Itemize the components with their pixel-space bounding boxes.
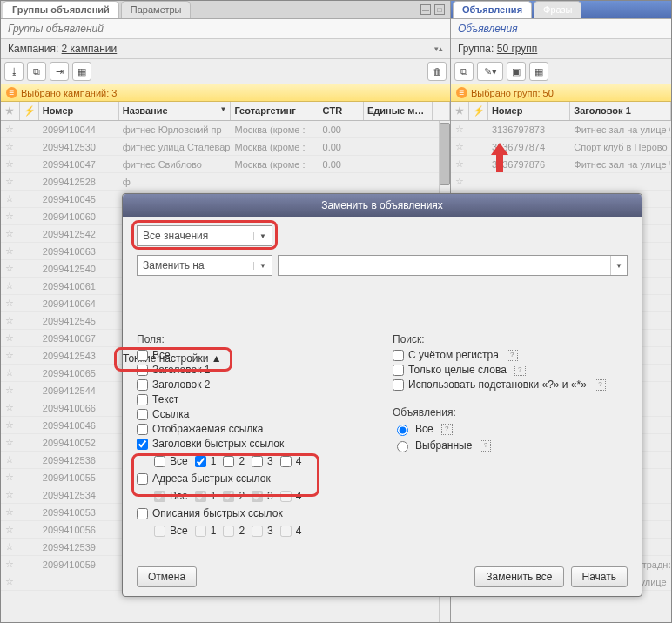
copy-button[interactable]: ⧉ bbox=[27, 62, 46, 81]
tabs-right: Объявления Фразы bbox=[451, 1, 671, 19]
help-icon[interactable]: ? bbox=[595, 379, 606, 391]
col-extra[interactable]: Единые м… bbox=[364, 102, 433, 120]
col-number[interactable]: Номер bbox=[488, 102, 570, 120]
check-sub-3[interactable]: 3 bbox=[252, 455, 273, 467]
check-sub-all: Все bbox=[154, 525, 188, 537]
bolt-column-icon[interactable]: ⚡ bbox=[24, 105, 36, 116]
check-sub-1: 1 bbox=[195, 490, 217, 502]
check-case[interactable]: С учётом регистра? bbox=[393, 349, 628, 361]
selection-info-left: ≡ Выбрано кампаний: 3 bbox=[1, 84, 450, 102]
help-icon[interactable]: ? bbox=[441, 424, 453, 435]
campaign-selector-row: Кампания: 2 кампании ▾▴ bbox=[1, 39, 450, 59]
export-button[interactable]: ⇥ bbox=[50, 62, 69, 81]
table-row[interactable]: ☆ bbox=[451, 173, 671, 191]
tabs-left: Группы объявлений Параметры — □ bbox=[1, 1, 450, 19]
check-sub-4[interactable]: 4 bbox=[280, 455, 302, 467]
col-title1[interactable]: Заголовок 1 bbox=[570, 102, 671, 120]
table-row[interactable]: ☆3136797876Фитнес зал на улице Ч bbox=[451, 156, 671, 173]
check-sub-all: Все bbox=[154, 490, 188, 502]
subhead-left: Группы объявлений bbox=[1, 19, 450, 39]
group-link[interactable]: 50 групп bbox=[497, 43, 538, 55]
tab-ad-groups[interactable]: Группы объявлений bbox=[3, 1, 119, 18]
check-qlinks-titles[interactable]: Заголовки быстрых ссылок bbox=[137, 438, 372, 450]
check-field-1[interactable]: Заголовок 1 bbox=[137, 364, 372, 376]
check-sub-all[interactable]: Все bbox=[154, 455, 188, 467]
check-sub-2: 2 bbox=[223, 490, 245, 502]
table-row[interactable]: ☆2099410044фитнес Юрловский прМосква (кр… bbox=[1, 121, 450, 138]
grid-header-left: ★ ⚡ Номер Название▼ Геотаргетинг CTR Еди… bbox=[1, 102, 450, 121]
expand-icon[interactable]: ▾▴ bbox=[434, 44, 443, 53]
check-field-5[interactable]: Отображаемая ссылка bbox=[137, 423, 372, 435]
image-button[interactable]: ▣ bbox=[507, 62, 526, 81]
status-icon: ≡ bbox=[6, 87, 17, 98]
fields-label: Поля: bbox=[137, 333, 372, 345]
check-sub-4: 4 bbox=[280, 525, 302, 537]
table-row[interactable]: ☆2099410047фитнес СвибловоМосква (кроме … bbox=[1, 156, 450, 173]
check-field-2[interactable]: Заголовок 2 bbox=[137, 378, 372, 391]
campaign-link[interactable]: 2 кампании bbox=[62, 43, 118, 55]
download-button[interactable]: ⭳ bbox=[4, 62, 24, 81]
toolbar-right: ⧉ ✎▾ ▣ ▦ bbox=[451, 59, 671, 84]
col-name[interactable]: Название▼ bbox=[119, 102, 232, 120]
campaign-label: Кампания: bbox=[8, 43, 58, 55]
check-sub-3: 3 bbox=[252, 490, 273, 502]
selection-info-right: ≡ Выбрано групп: 50 bbox=[451, 84, 671, 102]
check-sub-2[interactable]: 2 bbox=[223, 455, 245, 467]
tab-phrases[interactable]: Фразы bbox=[534, 1, 581, 18]
status-icon: ≡ bbox=[456, 87, 467, 98]
copy-button[interactable]: ⧉ bbox=[454, 62, 474, 81]
check-field-3[interactable]: Текст bbox=[137, 393, 372, 405]
check-sub-2: 2 bbox=[223, 525, 245, 537]
replace-all-button[interactable]: Заменить все bbox=[474, 566, 563, 587]
group-selector-row: Группа: 50 групп bbox=[451, 39, 671, 59]
values-combo[interactable]: Все значения▼ bbox=[137, 225, 272, 246]
grid-button[interactable]: ▦ bbox=[529, 62, 548, 81]
radio-ads-all[interactable]: Все? bbox=[393, 422, 628, 436]
col-number[interactable]: Номер bbox=[39, 102, 119, 120]
start-button[interactable]: Начать bbox=[571, 566, 628, 587]
modal-title: Заменить в объявлениях bbox=[123, 194, 642, 217]
edit-button[interactable]: ✎▾ bbox=[477, 62, 503, 81]
help-icon[interactable]: ? bbox=[514, 365, 526, 376]
check-qlinks-desc[interactable]: Описания быстрых ссылок bbox=[137, 507, 372, 519]
replace-modal: Заменить в объявлениях Все значения▼ Зам… bbox=[122, 193, 642, 597]
toolbar-left: ⭳ ⧉ ⇥ ▦ 🗑 bbox=[1, 59, 450, 84]
group-label: Группа: bbox=[458, 43, 494, 55]
minimize-icon[interactable]: — bbox=[420, 4, 431, 15]
grid-header-right: ★ ⚡ Номер Заголовок 1 bbox=[451, 102, 671, 121]
check-sub-1[interactable]: 1 bbox=[195, 455, 217, 467]
replace-input[interactable]: ▼ bbox=[278, 255, 628, 276]
selection-info-text: Выбрано групп: 50 bbox=[471, 88, 554, 98]
col-ctr[interactable]: CTR bbox=[319, 102, 364, 120]
replace-combo[interactable]: Заменить на▼ bbox=[137, 255, 272, 276]
check-wildcards[interactable]: Использовать подстановки «?» и «*»? bbox=[393, 378, 628, 391]
delete-button[interactable]: 🗑 bbox=[427, 62, 447, 81]
star-column-icon[interactable]: ★ bbox=[5, 105, 14, 116]
check-qlinks-addr[interactable]: Адреса быстрых ссылок bbox=[137, 472, 372, 485]
table-row[interactable]: ☆3136797874Спорт клуб в Перово bbox=[451, 138, 671, 156]
tab-ads[interactable]: Объявления bbox=[453, 1, 532, 18]
check-sub-1: 1 bbox=[195, 525, 217, 537]
check-sub-4: 4 bbox=[280, 490, 302, 502]
tab-parameters[interactable]: Параметры bbox=[121, 1, 192, 18]
star-column-icon[interactable]: ★ bbox=[455, 105, 464, 116]
grid-button[interactable]: ▦ bbox=[72, 62, 91, 81]
table-row[interactable]: ☆3136797873Фитнес зал на улице С bbox=[451, 121, 671, 138]
help-icon[interactable]: ? bbox=[507, 350, 518, 361]
check-whole-words[interactable]: Только целые слова? bbox=[393, 364, 628, 376]
bolt-column-icon[interactable]: ⚡ bbox=[473, 105, 485, 116]
cancel-button[interactable]: Отмена bbox=[137, 566, 197, 587]
check-field-4[interactable]: Ссылка bbox=[137, 408, 372, 420]
subhead-right: Объявления bbox=[451, 19, 671, 39]
table-row[interactable]: ☆2099412528ф bbox=[1, 173, 450, 191]
ads-label: Объявления: bbox=[393, 406, 628, 419]
selection-info-text: Выбрано кампаний: 3 bbox=[21, 88, 117, 98]
check-field-0[interactable]: Все bbox=[137, 349, 372, 361]
help-icon[interactable]: ? bbox=[480, 440, 491, 452]
col-geo[interactable]: Геотаргетинг bbox=[231, 102, 319, 120]
scroll-thumb[interactable] bbox=[440, 123, 450, 185]
check-sub-3: 3 bbox=[252, 525, 273, 537]
radio-ads-selected[interactable]: Выбранные? bbox=[393, 439, 628, 452]
table-row[interactable]: ☆2099412530фитнес улица СталеварМосква (… bbox=[1, 138, 450, 156]
maximize-icon[interactable]: □ bbox=[434, 4, 445, 15]
